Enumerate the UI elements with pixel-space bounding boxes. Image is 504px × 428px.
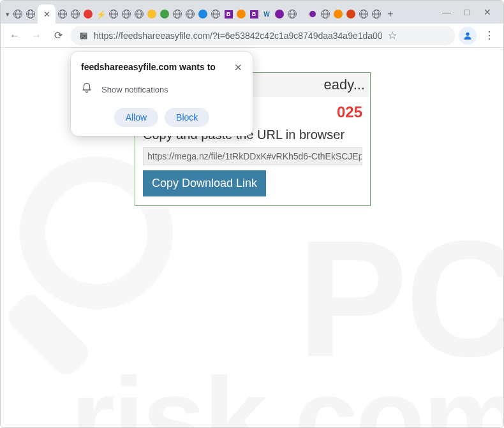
tab-favicon[interactable] bbox=[121, 9, 132, 20]
address-bar[interactable]: https://feedshareeasyfile.com/?t=6e53842… bbox=[71, 26, 455, 45]
block-button[interactable]: Block bbox=[165, 108, 209, 127]
tab-favicon[interactable] bbox=[320, 9, 331, 20]
notification-permission-dialog: feedshareeasyfile.com wants to ✕ Show no… bbox=[71, 52, 253, 136]
tab-favicon[interactable] bbox=[134, 9, 145, 20]
browser-menu-icon[interactable]: ⋮ bbox=[480, 27, 498, 45]
tab-favicon[interactable] bbox=[308, 9, 318, 20]
tab-favicon[interactable] bbox=[159, 9, 170, 20]
chevron-down-icon[interactable]: ▾ bbox=[6, 10, 11, 18]
forward-button[interactable]: → bbox=[27, 27, 45, 45]
reload-button[interactable]: ⟳ bbox=[49, 27, 67, 45]
title-bar: ▾ ✕ B B W + — □ ✕ bbox=[1, 1, 503, 24]
tab-favicon[interactable] bbox=[198, 9, 209, 20]
svg-point-6 bbox=[466, 32, 469, 35]
watermark-text: PC risk.com bbox=[71, 228, 504, 428]
minimize-button[interactable]: — bbox=[442, 7, 451, 17]
tab-favicon[interactable] bbox=[57, 9, 68, 20]
permission-body-text: Show notifications bbox=[101, 85, 168, 94]
tab-favicon[interactable] bbox=[185, 9, 196, 20]
svg-point-5 bbox=[82, 38, 83, 38]
tab-favicon[interactable] bbox=[108, 9, 119, 20]
tab-favicon[interactable] bbox=[70, 9, 81, 20]
tab-favicon[interactable] bbox=[346, 9, 357, 20]
window-controls: — □ ✕ bbox=[442, 7, 498, 17]
watermark-handle bbox=[3, 290, 93, 380]
permission-title: feedshareeasyfile.com wants to bbox=[81, 62, 216, 72]
maximize-button[interactable]: □ bbox=[463, 7, 471, 17]
tab-favicon[interactable]: B bbox=[249, 9, 260, 20]
svg-point-3 bbox=[82, 33, 82, 34]
back-button[interactable]: ← bbox=[6, 27, 24, 45]
site-settings-icon[interactable] bbox=[78, 31, 89, 41]
copy-download-link-button[interactable]: Copy Download Link bbox=[143, 170, 266, 196]
tab-favicon[interactable] bbox=[274, 9, 285, 20]
close-icon[interactable]: ✕ bbox=[234, 62, 242, 73]
profile-button[interactable] bbox=[459, 27, 477, 45]
download-url-box[interactable]: https://mega.nz/file/1tRkDDxK#vRKh5d6-Ct… bbox=[143, 147, 362, 165]
close-window-button[interactable]: ✕ bbox=[483, 7, 492, 17]
tab-favicon[interactable] bbox=[26, 9, 36, 20]
tab-favicon[interactable] bbox=[359, 9, 369, 20]
tab-favicon[interactable] bbox=[333, 9, 344, 20]
tab-favicon[interactable] bbox=[211, 9, 221, 20]
allow-button[interactable]: Allow bbox=[114, 108, 158, 127]
bell-icon bbox=[81, 82, 93, 96]
close-tab-icon[interactable]: ✕ bbox=[43, 10, 50, 19]
tab-favicon[interactable] bbox=[83, 9, 94, 20]
tab-strip: ▾ ✕ B B W + bbox=[6, 1, 442, 24]
page-content: PC risk.com eady... 025 Copy and paste t… bbox=[1, 48, 503, 428]
tab-favicon[interactable] bbox=[96, 9, 107, 20]
tab-favicon[interactable] bbox=[172, 9, 183, 20]
tab-favicon[interactable] bbox=[371, 9, 382, 20]
new-tab-button[interactable]: + bbox=[383, 8, 397, 20]
tab-favicon[interactable] bbox=[287, 9, 298, 20]
tab-favicon[interactable] bbox=[13, 9, 24, 20]
active-tab[interactable]: ✕ bbox=[38, 4, 56, 24]
tab-favicon[interactable]: B bbox=[223, 9, 234, 20]
bookmark-star-icon[interactable]: ☆ bbox=[388, 29, 397, 41]
svg-point-4 bbox=[84, 35, 85, 36]
url-text: https://feedshareeasyfile.com/?t=6e53842… bbox=[94, 31, 383, 41]
tab-favicon[interactable] bbox=[236, 9, 247, 20]
browser-toolbar: ← → ⟳ https://feedshareeasyfile.com/?t=6… bbox=[1, 24, 503, 48]
tab-favicon[interactable] bbox=[147, 9, 158, 20]
tab-favicon[interactable]: W bbox=[262, 9, 272, 20]
